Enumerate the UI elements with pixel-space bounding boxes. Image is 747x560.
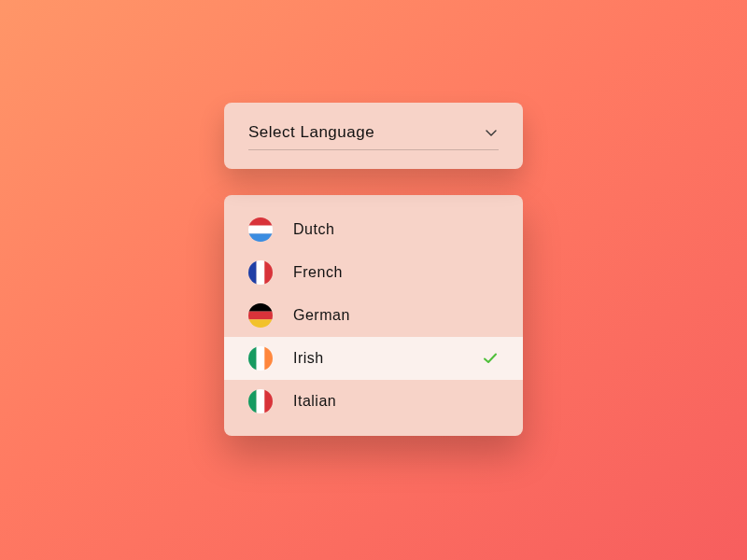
option-label: French [293, 264, 499, 281]
option-dutch[interactable]: Dutch [224, 208, 523, 251]
flag-icon [248, 389, 273, 413]
flag-icon [248, 346, 273, 371]
option-italian[interactable]: Italian [224, 380, 523, 423]
option-label: Dutch [293, 221, 499, 238]
svg-rect-3 [248, 260, 257, 285]
svg-rect-14 [264, 389, 273, 413]
option-german[interactable]: German [224, 294, 523, 337]
svg-rect-10 [257, 346, 265, 371]
svg-rect-5 [264, 260, 273, 285]
option-french[interactable]: French [224, 251, 523, 294]
svg-rect-12 [248, 389, 257, 413]
language-select[interactable]: Select Language [224, 103, 523, 169]
svg-rect-13 [257, 389, 265, 413]
flag-icon [248, 260, 273, 285]
svg-rect-4 [257, 260, 265, 285]
svg-rect-6 [248, 303, 273, 312]
svg-rect-9 [248, 346, 257, 371]
option-label: Italian [293, 393, 499, 410]
svg-rect-11 [264, 346, 273, 371]
select-placeholder: Select Language [248, 123, 374, 142]
svg-rect-0 [248, 217, 273, 226]
svg-rect-7 [248, 312, 273, 320]
language-dropdown: Dutch French German Irish [224, 195, 523, 436]
flag-icon [248, 217, 273, 242]
option-label: Irish [293, 350, 482, 367]
svg-rect-1 [248, 226, 273, 234]
flag-icon [248, 303, 273, 328]
option-label: German [293, 307, 499, 324]
svg-rect-2 [248, 233, 273, 242]
chevron-down-icon [484, 125, 499, 140]
option-irish[interactable]: Irish [224, 337, 523, 380]
check-icon [482, 350, 499, 367]
svg-rect-8 [248, 319, 273, 328]
